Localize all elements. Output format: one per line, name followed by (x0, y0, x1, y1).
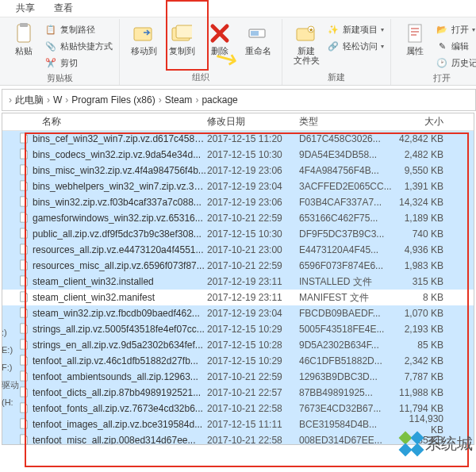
file-name: public_all.zip.vz.df9f5dc37b9c38ef308... (33, 228, 207, 240)
table-row[interactable]: steam_client_win32.manifest2017-12-19 23… (2, 290, 474, 305)
table-row[interactable]: gamesforwindows_win32.zip.vz.65316...201… (2, 210, 474, 226)
table-row[interactable]: tenfoot_images_all.zip.vz.bce319584d...2… (2, 416, 474, 432)
breadcrumb-item[interactable]: Steam (165, 94, 193, 106)
file-type: 9DA54E34DB58... (299, 149, 394, 160)
ribbon-group-organize: 移动到 复制到 删除 重命名 组织 (120, 19, 282, 85)
move-to-button[interactable]: 移动到 (126, 21, 161, 56)
ribbon-group-clipboard: 粘贴 📋复制路径 📎粘贴快捷方式 ✂️剪切 剪贴板 (0, 19, 120, 85)
chevron-right-icon: › (6, 94, 15, 106)
file-name: tenfoot_fonts_all.zip.vz.7673e4cd32b6... (33, 403, 207, 414)
new-folder-button[interactable]: ★ 新建 文件夹 (289, 21, 324, 65)
file-name: tenfoot_dicts_all.zip.87bb4989192521... (33, 387, 207, 398)
breadcrumb[interactable]: › 此电脑 › W › Program Files (x86) › Steam … (2, 89, 476, 111)
file-icon (2, 291, 33, 305)
table-row[interactable]: steam_win32.zip.vz.fbcdb09baedf462...201… (2, 305, 474, 321)
file-type: 008ED314D67EE... (299, 435, 394, 444)
delete-button[interactable]: 删除 (202, 21, 237, 56)
svg-rect-10 (409, 25, 421, 42)
file-name: bins_misc_win32.zip.vz.4f4a984756f4b... (33, 165, 207, 176)
table-row[interactable]: tenfoot_dicts_all.zip.87bb4989192521...2… (2, 385, 474, 401)
file-date: 2017-10-21 22:57 (207, 387, 299, 398)
tab-share[interactable]: 共享 (16, 2, 35, 15)
file-name: tenfoot_images_all.zip.vz.bce319584d... (33, 419, 207, 430)
table-row[interactable]: steam_client_win32.installed2017-12-19 2… (2, 274, 474, 290)
file-type: 12963B9DBC3D... (299, 371, 394, 382)
cut-button[interactable]: ✂️剪切 (44, 55, 113, 71)
file-date: 2017-10-21 22:59 (207, 260, 299, 271)
file-name: bins_webhelpers_win32_win7.zip.vz.3a... (33, 181, 207, 192)
file-icon (2, 259, 33, 273)
table-row[interactable]: bins_win32.zip.vz.f03b4caf337a7c088...20… (2, 194, 474, 210)
file-size: 1,983 KB (394, 260, 450, 271)
file-type: DF9F5DC37B9C3... (299, 228, 394, 240)
file-type: 5005F43518FE4E... (299, 324, 394, 335)
file-date: 2017-12-15 10:29 (207, 324, 299, 335)
file-date: 2017-12-19 23:06 (207, 165, 299, 176)
column-header-type[interactable]: 类型 (299, 115, 394, 129)
table-row[interactable]: resources_misc_all.zip.vz.6596f073f87...… (2, 258, 474, 274)
clipboard-icon (13, 22, 35, 44)
file-type: 7673E4CD32B67... (299, 403, 394, 414)
rename-button[interactable]: 重命名 (240, 21, 275, 56)
file-name: bins_win32.zip.vz.f03b4caf337a7c088... (33, 197, 207, 208)
table-row[interactable]: resources_all.zip.vz.e4473120a4f4551...2… (2, 242, 474, 258)
file-type: 3ACFFED2E065CC... (299, 181, 394, 192)
file-size: 1,189 KB (394, 213, 450, 224)
file-list: 名称 修改日期 类型 大小 bins_cef_win32_win7.zip.vz… (2, 113, 474, 445)
svg-text:★: ★ (309, 27, 313, 33)
file-icon (2, 244, 33, 257)
paste-shortcut-button[interactable]: 📎粘贴快捷方式 (44, 38, 113, 54)
table-row[interactable]: strings_all.zip.vz.5005f43518fe4ef07cc..… (2, 321, 474, 337)
column-header-size[interactable]: 大小 (394, 115, 450, 129)
file-icon (2, 275, 33, 289)
breadcrumb-item[interactable]: Program Files (x86) (71, 94, 155, 106)
file-type: FBCDB09BAEDF... (299, 308, 394, 319)
file-size: 114,930 KB (394, 413, 450, 436)
copy-path-button[interactable]: 📋复制路径 (44, 21, 113, 37)
breadcrumb-item[interactable]: package (202, 94, 237, 106)
table-row[interactable]: tenfoot_misc_all.zip.008ed314d67ee...201… (2, 432, 474, 444)
table-row[interactable]: public_all.zip.vz.df9f5dc37b9c38ef308...… (2, 226, 474, 242)
ribbon-tabs: 共享 查看 (0, 0, 476, 17)
open-button[interactable]: 📂打开 ▾ (436, 21, 476, 37)
table-row[interactable]: bins_webhelpers_win32_win7.zip.vz.3a...2… (2, 178, 474, 194)
file-date: 2017-12-15 10:29 (207, 355, 299, 366)
file-size: 9,550 KB (394, 165, 450, 176)
table-row[interactable]: bins_codecs_win32.zip.vz.9da54e34d...201… (2, 147, 474, 163)
svg-rect-0 (17, 25, 30, 42)
table-row[interactable]: bins_cef_win32_win7.zip.vz.d617c458c...2… (2, 131, 474, 147)
breadcrumb-item[interactable]: W (53, 94, 62, 106)
tab-view[interactable]: 查看 (54, 2, 73, 15)
properties-button[interactable]: 属性 (397, 21, 432, 56)
file-icon (2, 164, 33, 178)
file-size: 2,342 KB (394, 355, 450, 366)
history-button[interactable]: 🕑历史记录 (436, 55, 476, 71)
file-size: 740 KB (394, 228, 450, 240)
file-date: 2017-10-21 23:00 (207, 244, 299, 255)
column-header-date[interactable]: 修改日期 (207, 115, 299, 129)
svg-rect-1 (20, 23, 28, 27)
file-size: 8 KB (394, 292, 450, 303)
group-label-new: 新建 (328, 70, 345, 85)
file-name: gamesforwindows_win32.zip.vz.65316... (33, 213, 207, 224)
file-name: tenfoot_ambientsounds_all.zip.12963... (33, 371, 207, 382)
table-row[interactable]: tenfoot_all.zip.vz.46c1dfb51882d27fb...2… (2, 353, 474, 369)
copy-to-button[interactable]: 复制到 (164, 21, 199, 56)
easy-access-button[interactable]: 🔗轻松访问 ▾ (327, 38, 384, 54)
file-name: strings_en_all.zip.vz.9d5a2302b634fef... (33, 340, 207, 351)
file-date: 2017-12-19 23:11 (207, 276, 299, 287)
svg-rect-4 (176, 25, 192, 38)
edit-icon: ✎ (436, 40, 448, 52)
new-item-button[interactable]: ✨新建项目 ▾ (327, 21, 384, 37)
table-row[interactable]: bins_misc_win32.zip.vz.4f4a984756f4b...2… (2, 163, 474, 178)
paste-button[interactable]: 粘贴 (6, 21, 41, 56)
breadcrumb-item[interactable]: 此电脑 (15, 94, 44, 107)
edit-button[interactable]: ✎编辑 (436, 38, 476, 54)
rename-icon (247, 22, 269, 44)
ribbon-group-new: ★ 新建 文件夹 ✨新建项目 ▾ 🔗轻松访问 ▾ 新建 (282, 19, 391, 85)
file-icon (2, 228, 33, 241)
table-row[interactable]: tenfoot_ambientsounds_all.zip.12963...20… (2, 369, 474, 385)
table-row[interactable]: strings_en_all.zip.vz.9d5a2302b634fef...… (2, 337, 474, 353)
file-type: 4F4A984756F4B... (299, 165, 394, 176)
column-header-name[interactable]: 名称 (2, 115, 207, 129)
